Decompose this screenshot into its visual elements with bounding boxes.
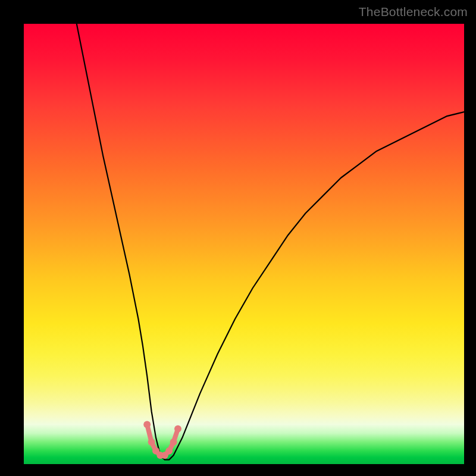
optimal-marker: [165, 447, 173, 455]
optimal-marker: [148, 439, 155, 446]
curve-layer: [24, 24, 464, 464]
chart-frame: TheBottleneck.com: [0, 0, 476, 476]
optimal-marker: [143, 421, 151, 428]
optimal-marker: [174, 425, 181, 433]
optimal-marker: [170, 439, 177, 446]
bottleneck-curve: [77, 24, 464, 460]
plot-area: [24, 24, 464, 464]
optimal-marker-group: [143, 421, 181, 459]
watermark-text: TheBottleneck.com: [359, 5, 468, 19]
